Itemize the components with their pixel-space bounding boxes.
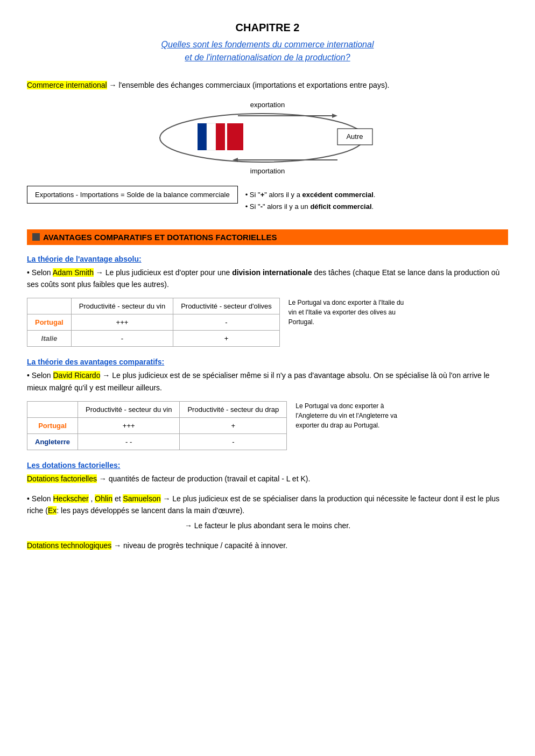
section-icon [32,233,40,241]
svg-point-0 [160,114,364,162]
dotations-techno-def: → niveau de progrès technique / capacité… [114,541,287,550]
table-row: Portugal +++ + [27,418,287,434]
table-row: Portugal +++ - [27,314,280,331]
portugal-vin2: +++ [78,418,180,434]
dotations-arrow-note: → Le facteur le plus abondant sera le mo… [27,520,508,531]
chapter-title: CHAPITRE 2 [27,22,508,34]
svg-marker-6 [332,114,337,118]
dotations-techno-text: Dotations technologiques → niveau de pro… [27,540,508,551]
portugal-vin1: +++ [71,314,173,331]
italie-label: Italie [27,331,72,347]
italie-vin: - [71,331,173,347]
angleterre-drap: - [180,434,287,450]
david-ricardo-highlight: David Ricardo [53,371,101,380]
th-empty1 [27,298,72,314]
section-title: AVANTAGES COMPARATIFS ET DOTATIONS FACTO… [43,233,277,242]
samuelson-highlight: Samuelson [123,494,160,503]
portugal-olives: - [173,314,280,331]
italie-olives: + [173,331,280,347]
theory-comparatifs-title: La théorie des avantages comparatifs: [27,358,508,366]
balance-formula: Exportations - Importations = Solde de l… [27,186,238,204]
section-avantages-header: AVANTAGES COMPARATIFS ET DOTATIONS FACTO… [27,229,508,245]
th-empty2 [27,402,78,418]
dotations-definition: Dotations factorielles → quantités de fa… [27,473,508,485]
subtitle-line1: Quelles sont les fondements du commerce … [161,40,374,49]
svg-rect-1 [198,123,207,150]
export-label: exportation [250,101,285,109]
ohlin-highlight: Ohlin [95,494,112,503]
dotations-def-text: → quantités de facteur de production (tr… [99,474,310,483]
trade-diagram: exportation Autre importation [27,101,508,175]
balance-point2: • Si "-" alors il y a un déficit commerc… [245,201,376,213]
svg-rect-2 [207,123,216,150]
diagram-oval: Autre [154,111,381,165]
diagram-svg: Autre [154,108,381,167]
balance-point1: • Si "+" alors il y a excédent commercia… [245,189,376,201]
balance-notes: • Si "+" alors il y a excédent commercia… [238,186,383,216]
dotations-title: Les dotations factorielles: [27,461,508,470]
table-comparatifs-note: Le Portugal va donc exporter à l'Anglete… [295,401,414,430]
balance-section: Exportations - Importations = Solde de l… [27,186,508,216]
svg-rect-3 [216,123,225,150]
svg-rect-4 [227,123,243,150]
chapter-subtitle: Quelles sont les fondements du commerce … [27,38,508,64]
commerce-arrow: → [109,81,119,89]
dotations-hks-text: • Selon Heckscher , Ohlin et Samuelson →… [27,493,508,532]
table-comparatifs-container: Productivité - secteur du vin Productivi… [27,401,508,450]
dotations-techno-term: Dotations technologiques [27,541,111,550]
th-olives: Productivité - secteur d'olives [173,298,280,314]
portugal-label1: Portugal [27,314,72,331]
portugal-drap: + [180,418,287,434]
angleterre-vin: - - [78,434,180,450]
table-row: Angleterre - - - [27,434,287,450]
theory-absolu-text: • Selon Adam Smith → Le plus judicieux e… [27,267,508,291]
adam-smith-highlight: Adam Smith [53,268,94,277]
commerce-text: l'ensemble des échanges commerciaux (imp… [118,81,389,89]
table-absolu: Productivité - secteur du vin Productivi… [27,298,280,347]
commerce-definition: Commerce international → l'ensemble des … [27,79,508,91]
angleterre-label: Angleterre [27,434,78,450]
th-drap: Productivité - secteur du drap [180,402,287,418]
theory-comparatifs-text: • Selon David Ricardo → Le plus judicieu… [27,369,508,394]
ex-highlight: Ex [48,506,57,515]
dotations-term: Dotations factorielles [27,474,97,483]
import-label: importation [250,167,285,175]
table-absolu-container: Productivité - secteur du vin Productivi… [27,298,508,347]
svg-text:Autre: Autre [346,132,363,141]
th-vin1: Productivité - secteur du vin [71,298,173,314]
portugal-label2: Portugal [27,418,78,434]
subtitle-line2: et de l'internationalisation de la produ… [185,53,350,62]
heckscher-highlight: Heckscher [53,494,89,503]
commerce-term: Commerce international [27,81,107,89]
theory-absolu-title: La théorie de l'avantage absolu: [27,255,508,263]
table-absolu-note: Le Portugal va donc exporter à l'Italie … [288,298,407,327]
table-comparatifs: Productivité - secteur du vin Productivi… [27,401,287,450]
table-row: Italie - + [27,331,280,347]
th-vin2: Productivité - secteur du vin [78,402,180,418]
